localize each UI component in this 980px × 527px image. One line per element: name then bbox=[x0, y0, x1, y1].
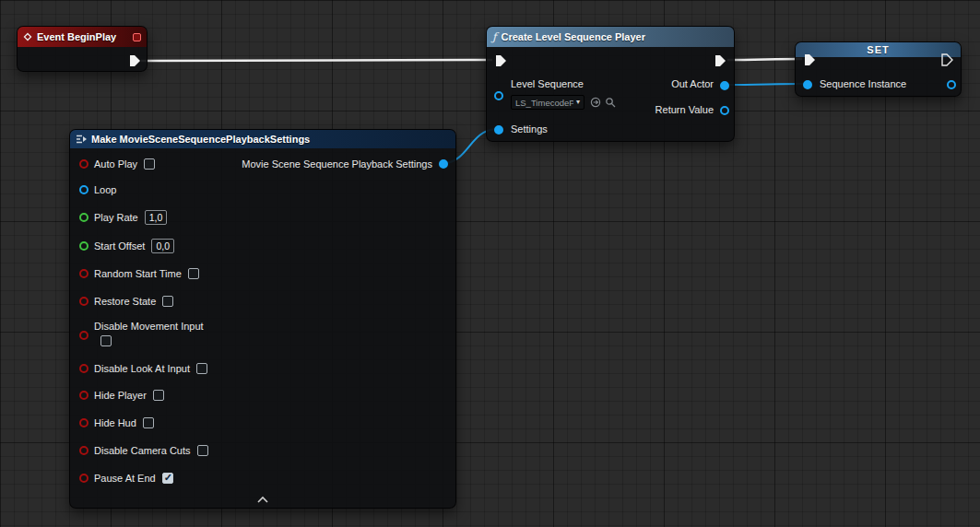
exec-out-pin[interactable] bbox=[714, 54, 726, 67]
wire-exec-create-to-set[interactable] bbox=[727, 59, 802, 60]
pin-row-play-rate: Play Rate 1,0 bbox=[70, 208, 167, 227]
pin-row-restore-state: Restore State bbox=[70, 292, 173, 310]
bool-pin[interactable] bbox=[79, 331, 89, 340]
node-event-beginplay[interactable]: Event BeginPlay bbox=[17, 26, 148, 72]
bool-pin[interactable] bbox=[79, 391, 89, 400]
hide-hud-checkbox[interactable] bbox=[143, 417, 154, 428]
row-label: Random Start Time bbox=[94, 268, 182, 279]
pause-at-end-checkbox[interactable] bbox=[162, 473, 173, 484]
settings-label: Settings bbox=[511, 123, 548, 135]
playback-settings-out-pin[interactable] bbox=[439, 159, 448, 169]
disable-camera-cuts-checkbox[interactable] bbox=[197, 445, 208, 456]
float-pin[interactable] bbox=[79, 213, 89, 222]
return-value-label: Return Value bbox=[655, 104, 714, 115]
pin-row-disable-movement-input: Disable Movement Input bbox=[70, 320, 455, 351]
level-sequence-pin[interactable] bbox=[494, 91, 503, 100]
pin-row-random-start-time: Random Start Time bbox=[70, 264, 199, 283]
random-start-time-checkbox[interactable] bbox=[188, 268, 199, 279]
auto-play-checkbox[interactable] bbox=[144, 158, 155, 170]
out-actor-label: Out Actor bbox=[671, 78, 714, 89]
node-make-playback-settings[interactable]: Make MovieSceneSequencePlaybackSettings … bbox=[69, 129, 456, 509]
pin-row-pause-at-end: Pause At End bbox=[70, 469, 173, 487]
settings-pin[interactable] bbox=[494, 125, 503, 135]
wire-exec-beginplay-to-create[interactable] bbox=[141, 60, 492, 61]
disable-movement-input-checkbox[interactable] bbox=[100, 335, 112, 346]
row-label: Disable Look At Input bbox=[94, 363, 190, 374]
collapse-node-chevron[interactable] bbox=[256, 496, 269, 503]
node-title: Event BeginPlay bbox=[37, 31, 116, 42]
browse-to-asset-icon[interactable] bbox=[605, 97, 616, 108]
node-create-level-sequence-player[interactable]: ƒ Create Level Sequence Player Level Seq… bbox=[486, 26, 735, 142]
struct-pin[interactable] bbox=[79, 185, 89, 194]
event-badge-icon bbox=[133, 33, 141, 41]
bool-pin[interactable] bbox=[79, 269, 89, 278]
out-actor-pin[interactable] bbox=[720, 81, 729, 90]
bool-pin[interactable] bbox=[79, 446, 89, 455]
blueprint-graph-canvas[interactable]: Event BeginPlay ƒ Create Level Sequence … bbox=[0, 0, 980, 527]
row-label: Hide Player bbox=[94, 390, 147, 401]
pin-row-output: Movie Scene Sequence Playback Settings bbox=[242, 155, 448, 173]
create-node-header[interactable]: ƒ Create Level Sequence Player bbox=[487, 27, 734, 47]
chevron-down-icon: ▾ bbox=[576, 99, 580, 106]
sequence-instance-label: Sequence Instance bbox=[820, 78, 906, 89]
event-beginplay-header[interactable]: Event BeginPlay bbox=[18, 27, 147, 47]
level-sequence-label: Level Sequence bbox=[511, 78, 584, 89]
float-pin[interactable] bbox=[79, 241, 89, 251]
row-label: Hide Hud bbox=[94, 417, 136, 428]
exec-out-pin[interactable] bbox=[940, 53, 953, 66]
exec-in-pin[interactable] bbox=[494, 54, 507, 67]
function-icon: ƒ bbox=[492, 31, 496, 42]
exec-out-pin[interactable] bbox=[128, 54, 141, 67]
asset-name: LS_TimecodePr bbox=[515, 98, 573, 108]
return-value-pin[interactable] bbox=[720, 106, 729, 115]
row-label: Start Offset bbox=[94, 240, 145, 252]
play-rate-input[interactable]: 1,0 bbox=[145, 210, 168, 225]
bool-pin[interactable] bbox=[79, 297, 89, 306]
pin-row-auto-play: Auto Play bbox=[70, 155, 155, 173]
disable-look-at-input-checkbox[interactable] bbox=[196, 363, 207, 374]
row-label: Pause At End bbox=[94, 473, 156, 484]
set-node-header[interactable]: SET bbox=[796, 42, 961, 57]
sequence-instance-in-pin[interactable] bbox=[803, 80, 812, 89]
bool-pin[interactable] bbox=[79, 159, 89, 169]
bool-pin[interactable] bbox=[79, 364, 89, 373]
make-struct-icon bbox=[76, 134, 87, 145]
bool-pin[interactable] bbox=[79, 418, 89, 427]
hide-player-checkbox[interactable] bbox=[153, 390, 164, 401]
make-node-header[interactable]: Make MovieSceneSequencePlaybackSettings bbox=[70, 130, 455, 148]
node-title: Create Level Sequence Player bbox=[501, 31, 645, 42]
row-label: Auto Play bbox=[94, 158, 137, 170]
exec-in-pin[interactable] bbox=[803, 53, 816, 66]
node-title: Make MovieSceneSequencePlaybackSettings bbox=[91, 134, 310, 145]
row-label: Restore State bbox=[94, 296, 156, 307]
bool-pin[interactable] bbox=[79, 474, 89, 483]
pin-row-loop: Loop bbox=[70, 181, 116, 199]
start-offset-input[interactable]: 0,0 bbox=[151, 239, 174, 253]
row-label: Disable Camera Cuts bbox=[94, 445, 191, 456]
output-label: Movie Scene Sequence Playback Settings bbox=[242, 158, 432, 170]
event-icon bbox=[23, 32, 32, 41]
level-sequence-asset-picker[interactable]: LS_TimecodePr ▾ bbox=[511, 95, 584, 110]
row-label: Disable Movement Input bbox=[94, 321, 204, 332]
sequence-instance-out-pin[interactable] bbox=[947, 80, 956, 89]
pin-row-disable-look-at-input: Disable Look At Input bbox=[70, 359, 207, 378]
pin-row-disable-camera-cuts: Disable Camera Cuts bbox=[70, 441, 208, 460]
pin-row-hide-player: Hide Player bbox=[70, 386, 164, 404]
row-label: Loop bbox=[94, 184, 116, 195]
row-label: Play Rate bbox=[94, 212, 138, 223]
pin-row-hide-hud: Hide Hud bbox=[70, 414, 154, 432]
wire-outactor-to-sequence-instance[interactable] bbox=[726, 84, 803, 85]
node-title: SET bbox=[867, 44, 889, 55]
use-selected-asset-icon[interactable] bbox=[590, 97, 601, 108]
pin-row-start-offset: Start Offset 0,0 bbox=[70, 237, 174, 255]
node-set-sequence-instance[interactable]: SET Sequence Instance bbox=[795, 41, 962, 97]
restore-state-checkbox[interactable] bbox=[162, 296, 173, 307]
